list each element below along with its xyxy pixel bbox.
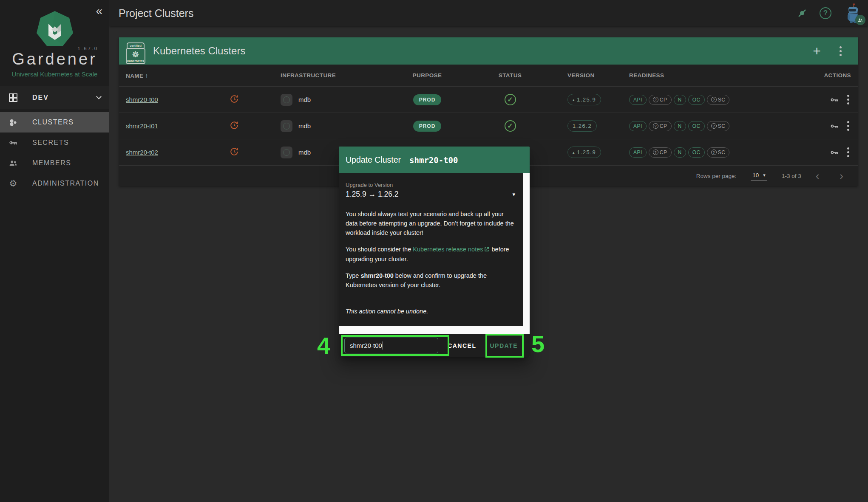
purpose-badge: PROD bbox=[413, 121, 442, 132]
readiness-chip-sc[interactable]: ?SC bbox=[707, 95, 730, 105]
pagination-range: 1-3 of 3 bbox=[782, 173, 801, 179]
infrastructure-icon bbox=[281, 94, 292, 106]
readiness-chip-n[interactable]: N bbox=[674, 95, 686, 105]
gardener-logo bbox=[0, 9, 109, 52]
card-banner: certified ☸ kubernetes Kubernetes Cluste… bbox=[119, 37, 858, 65]
status-ok-icon[interactable]: ✓ bbox=[505, 120, 516, 132]
table-header-row: NAME↑ INFRASTRUCTURE PURPOSE STATUS VERS… bbox=[119, 65, 858, 87]
avatar[interactable] bbox=[842, 3, 862, 23]
sidebar-item-members[interactable]: MEMBERS bbox=[0, 153, 109, 173]
upgrade-available-icon: ▴ bbox=[573, 98, 575, 102]
status-ok-icon[interactable]: ✓ bbox=[505, 94, 516, 105]
version-select-label: Upgrade to Version bbox=[346, 182, 515, 188]
dialog-paragraph-3: Type shmr20-t00 below and confirm to upg… bbox=[346, 271, 515, 290]
sidebar-item-label: SECRETS bbox=[32, 139, 69, 147]
page-title: Project Clusters bbox=[119, 7, 193, 20]
table-menu-icon[interactable] bbox=[838, 45, 843, 58]
sidebar-item-label: MEMBERS bbox=[32, 159, 71, 167]
readiness-chip-api[interactable]: API bbox=[629, 147, 647, 158]
reconcile-pending-icon[interactable] bbox=[230, 121, 239, 130]
dialog-content: Upgrade to Version 1.25.9 → 1.26.2 ▾ You… bbox=[339, 173, 523, 326]
help-glyph: ? bbox=[823, 9, 828, 17]
certified-kubernetes-badge: certified ☸ kubernetes bbox=[126, 41, 145, 64]
version-select[interactable]: 1.25.9 → 1.26.2 ▾ bbox=[346, 190, 515, 202]
brand-name: Gardener bbox=[0, 50, 109, 68]
account-badge bbox=[855, 15, 865, 25]
column-header-readiness[interactable]: READINESS bbox=[629, 72, 774, 79]
dialog-paragraph-2: You should consider the Kubernetes relea… bbox=[346, 245, 515, 264]
readiness-chip-cp[interactable]: ?CP bbox=[649, 95, 672, 105]
kubeconfig-key-icon[interactable] bbox=[829, 147, 840, 158]
row-menu-icon[interactable] bbox=[845, 146, 851, 159]
row-menu-icon[interactable] bbox=[845, 93, 851, 106]
readiness-chip-n[interactable]: N bbox=[674, 147, 686, 158]
cluster-name-link[interactable]: shmr20-t01 bbox=[126, 122, 158, 130]
rows-per-page-value: 10 bbox=[752, 172, 759, 178]
sidebar-item-label: ADMINISTRATION bbox=[32, 180, 99, 187]
version-chip[interactable]: 1.26.2 bbox=[567, 120, 597, 132]
infrastructure-icon bbox=[281, 120, 292, 132]
readiness-chip-cp[interactable]: ?CP bbox=[649, 147, 672, 158]
project-selector[interactable]: DEV bbox=[0, 86, 109, 109]
upgrade-available-icon: ▴ bbox=[573, 150, 575, 155]
create-cluster-button[interactable]: + bbox=[813, 44, 821, 58]
readiness-chip-sc[interactable]: ?SC bbox=[707, 121, 730, 131]
column-header-version[interactable]: VERSION bbox=[548, 72, 629, 79]
topbar: Project Clusters ? bbox=[109, 0, 868, 26]
unknown-state-icon: ? bbox=[711, 123, 717, 129]
version-chip[interactable]: ▴1.25.9 bbox=[567, 147, 601, 158]
badge-kubernetes-label: kubernetes bbox=[127, 59, 145, 63]
readiness-chip-api[interactable]: API bbox=[629, 121, 647, 131]
select-caret-icon: ▾ bbox=[512, 191, 515, 197]
connection-icon[interactable] bbox=[796, 7, 808, 20]
sidebar-item-secrets[interactable]: SECRETS bbox=[0, 133, 109, 153]
kubeconfig-key-icon[interactable] bbox=[829, 95, 840, 105]
column-header-status[interactable]: STATUS bbox=[499, 72, 522, 79]
release-notes-link[interactable]: Kubernetes release notes bbox=[413, 246, 483, 253]
external-link-icon bbox=[484, 245, 489, 254]
unknown-state-icon: ? bbox=[711, 149, 717, 155]
group-icon bbox=[857, 17, 863, 23]
infrastructure-name: mdb bbox=[298, 122, 311, 130]
caret-down-icon: ▾ bbox=[763, 172, 766, 178]
infrastructure-icon bbox=[281, 147, 292, 158]
sidebar-item-label: CLUSTERS bbox=[32, 118, 74, 126]
rows-per-page-select[interactable]: 10 ▾ bbox=[751, 171, 767, 180]
gear-icon: ⚙ bbox=[9, 178, 18, 189]
dialog-title: Update Cluster bbox=[346, 155, 401, 165]
update-cluster-dialog: Update Cluster shmr20-t00 Upgrade to Ver… bbox=[339, 147, 530, 357]
annotation-step-4: 4 bbox=[317, 334, 330, 358]
version-chip[interactable]: ▴1.25.9 bbox=[567, 94, 601, 105]
row-menu-icon[interactable] bbox=[845, 119, 851, 133]
sidebar-item-clusters[interactable]: CLUSTERS bbox=[0, 112, 109, 133]
unknown-state-icon: ? bbox=[653, 149, 658, 155]
cluster-name-link[interactable]: shmr20-t02 bbox=[126, 149, 158, 156]
readiness-chip-sc[interactable]: ?SC bbox=[707, 147, 730, 158]
reconcile-pending-icon[interactable] bbox=[230, 94, 239, 104]
readiness-chip-n[interactable]: N bbox=[674, 121, 686, 131]
column-header-purpose[interactable]: PURPOSE bbox=[413, 72, 442, 79]
table-row: shmr20-t01 mdb PROD ✓ 1.26.2 API?CPNOC?S… bbox=[119, 113, 858, 139]
unknown-state-icon: ? bbox=[653, 123, 658, 129]
members-icon bbox=[9, 158, 18, 168]
help-icon[interactable]: ? bbox=[820, 7, 831, 19]
annotation-box-input bbox=[341, 335, 449, 356]
prev-page-icon[interactable]: ‹ bbox=[816, 170, 820, 181]
dialog-warning: This action cannot be undone. bbox=[346, 307, 515, 316]
readiness-chip-api[interactable]: API bbox=[629, 95, 647, 105]
infrastructure-name: mdb bbox=[298, 149, 311, 156]
cluster-name-link[interactable]: shmr20-t00 bbox=[126, 96, 158, 103]
column-header-actions: ACTIONS bbox=[824, 72, 851, 79]
annotation-step-5: 5 bbox=[531, 332, 545, 356]
sidebar-item-administration[interactable]: ⚙ ADMINISTRATION bbox=[0, 173, 109, 194]
readiness-chip-oc[interactable]: OC bbox=[688, 121, 705, 131]
column-header-infrastructure[interactable]: INFRASTRUCTURE bbox=[257, 72, 383, 79]
kubeconfig-key-icon[interactable] bbox=[829, 121, 840, 131]
next-page-icon[interactable]: › bbox=[840, 170, 843, 181]
readiness-chip-oc[interactable]: OC bbox=[688, 147, 705, 158]
readiness-chip-cp[interactable]: ?CP bbox=[649, 121, 672, 131]
reconcile-pending-icon[interactable] bbox=[230, 147, 239, 156]
readiness-chip-oc[interactable]: OC bbox=[688, 95, 705, 105]
dialog-scroll-area: Upgrade to Version 1.25.9 → 1.26.2 ▾ You… bbox=[339, 173, 530, 334]
column-header-name[interactable]: NAME↑ bbox=[126, 72, 230, 79]
